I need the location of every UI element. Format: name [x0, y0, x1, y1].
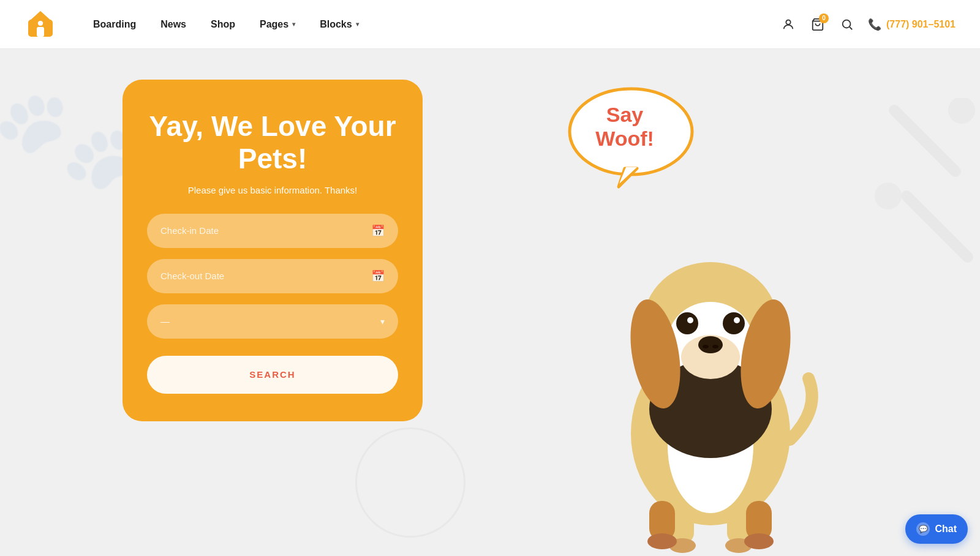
- dog-illustration: [582, 176, 839, 556]
- deco-right-icon: [870, 98, 980, 269]
- logo-icon: [24, 9, 56, 40]
- nav-shop[interactable]: Shop: [211, 19, 235, 30]
- pages-chevron-icon: ▾: [292, 21, 295, 28]
- bg-circle-deco: [355, 427, 466, 538]
- checkin-field[interactable]: 📅: [147, 214, 398, 248]
- user-icon[interactable]: [780, 16, 797, 33]
- svg-line-9: [894, 110, 956, 171]
- checkout-input[interactable]: [160, 271, 371, 281]
- svg-point-4: [786, 20, 790, 24]
- svg-line-10: [907, 196, 968, 257]
- svg-point-6: [843, 20, 851, 28]
- svg-point-30: [734, 317, 740, 323]
- phone-link[interactable]: 📞 (777) 901–5101: [868, 18, 956, 31]
- nav-pages[interactable]: Pages ▾: [260, 19, 295, 30]
- svg-text:🐾: 🐾: [0, 86, 135, 220]
- blocks-chevron-icon: ▾: [356, 21, 359, 28]
- svg-point-25: [703, 345, 709, 348]
- svg-point-11: [875, 182, 902, 209]
- phone-icon: 📞: [868, 18, 881, 31]
- nav-boarding[interactable]: Boarding: [93, 19, 136, 30]
- cart-badge: 0: [819, 13, 829, 23]
- calendar-icon: 📅: [371, 224, 385, 238]
- select-chevron-icon: ▾: [380, 317, 385, 326]
- booking-card: Yay, We Love Your Pets! Please give us b…: [123, 80, 423, 421]
- svg-point-38: [744, 533, 774, 549]
- checkout-field[interactable]: 📅: [147, 259, 398, 293]
- calendar-icon-2: 📅: [371, 269, 385, 283]
- chat-button[interactable]: 💬 Chat: [905, 514, 968, 544]
- pet-select[interactable]: — Dog Cat Other: [160, 316, 380, 326]
- dog-image: [564, 140, 858, 556]
- main-nav: Boarding News Shop Pages ▾ Blocks ▾: [93, 19, 780, 30]
- cart-icon[interactable]: 0: [809, 16, 826, 33]
- svg-point-12: [948, 98, 975, 124]
- search-icon[interactable]: [839, 16, 856, 33]
- deco-left-icon: 🐾: [0, 86, 135, 269]
- nav-blocks[interactable]: Blocks ▾: [320, 19, 358, 30]
- header-actions: 0 📞 (777) 901–5101: [780, 16, 956, 33]
- checkin-input[interactable]: [160, 225, 371, 236]
- svg-point-3: [38, 21, 43, 26]
- phone-number: (777) 901–5101: [886, 19, 956, 30]
- logo[interactable]: [24, 9, 56, 40]
- nav-news[interactable]: News: [160, 19, 186, 30]
- svg-line-7: [850, 27, 852, 29]
- svg-point-27: [676, 312, 698, 334]
- booking-subtitle: Please give us basic information. Thanks…: [188, 185, 358, 195]
- svg-point-26: [712, 345, 718, 348]
- booking-title: Yay, We Love Your Pets!: [147, 110, 398, 175]
- svg-rect-2: [37, 27, 44, 37]
- svg-marker-1: [28, 11, 53, 22]
- chat-icon: 💬: [916, 522, 930, 536]
- chat-label: Chat: [935, 524, 957, 535]
- site-header: Boarding News Shop Pages ▾ Blocks ▾ 0: [0, 0, 980, 49]
- main-content: 🐾 Yay, We Love Your Pets! Please give us…: [0, 49, 980, 556]
- svg-point-37: [647, 533, 677, 549]
- svg-point-28: [723, 312, 745, 334]
- search-button[interactable]: search: [147, 356, 398, 394]
- svg-point-24: [698, 336, 723, 353]
- pet-select-field[interactable]: — Dog Cat Other ▾: [147, 304, 398, 339]
- svg-point-29: [687, 317, 693, 323]
